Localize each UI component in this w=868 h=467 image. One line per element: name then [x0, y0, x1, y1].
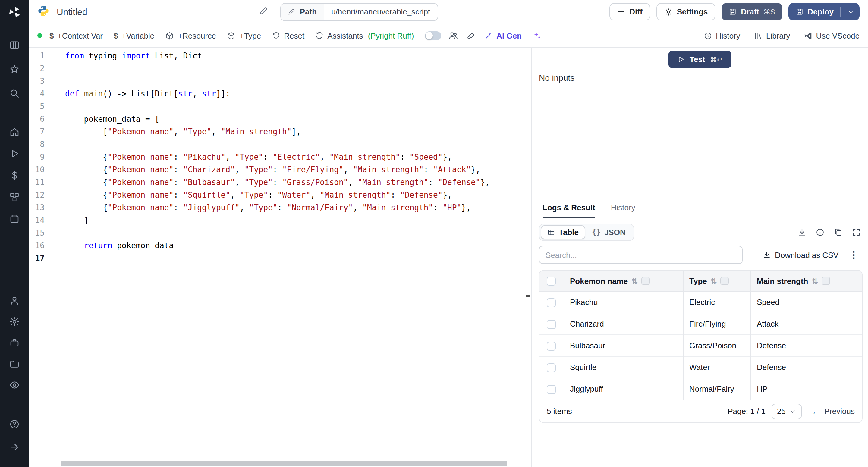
code-editor[interactable]: 1234567891011121314151617 from typing im…: [29, 48, 532, 467]
code-line[interactable]: return pokemon_data: [65, 239, 490, 252]
home-icon[interactable]: [9, 127, 20, 137]
tab-logs-result[interactable]: Logs & Result: [542, 198, 595, 218]
column-header[interactable]: Pokemon name⇅: [564, 271, 683, 291]
path-value[interactable]: u/henri/maneuverable_script: [324, 3, 437, 20]
code-line[interactable]: {"Pokemon name": "Jigglypuff", "Type": "…: [65, 201, 490, 214]
code-line[interactable]: {"Pokemon name": "Squirtle", "Type": "Wa…: [65, 189, 490, 201]
add-resource-button[interactable]: +Resource: [165, 31, 216, 40]
assistants-toggle[interactable]: [425, 31, 441, 40]
multiplayer-users-icon[interactable]: [448, 31, 458, 40]
code-line[interactable]: [65, 75, 490, 87]
code-lines[interactable]: from typing import List, Dict def main()…: [63, 50, 490, 264]
workers-briefcase-icon[interactable]: [9, 337, 20, 348]
collapse-arrow-icon[interactable]: [9, 442, 20, 453]
runs-play-icon[interactable]: [9, 148, 20, 159]
select-all-checkbox[interactable]: [547, 277, 556, 286]
reset-button[interactable]: Reset: [272, 31, 304, 40]
table-row[interactable]: PikachuElectricSpeed: [539, 291, 862, 313]
sparkles-icon[interactable]: [532, 31, 541, 40]
column-header[interactable]: Main strength⇅: [750, 271, 862, 291]
code-line[interactable]: ]: [65, 214, 490, 226]
tab-history[interactable]: History: [611, 198, 635, 218]
code-line[interactable]: def main() -> List[Dict[str, str]]:: [65, 87, 490, 100]
path-control[interactable]: Path u/henri/maneuverable_script: [281, 3, 438, 21]
column-toggle[interactable]: [822, 276, 830, 285]
code-line[interactable]: [65, 62, 490, 75]
clock-icon: [703, 31, 712, 40]
table-row[interactable]: CharizardFire/FlyingAttack: [539, 313, 862, 335]
ai-gen-button[interactable]: AI Gen: [484, 31, 522, 40]
code-line[interactable]: {"Pokemon name": "Pikachu", "Type": "Ele…: [65, 151, 490, 163]
code-line[interactable]: from typing import List, Dict: [65, 50, 490, 62]
page-size-select[interactable]: 25: [772, 403, 802, 419]
code-line[interactable]: ["Pokemon name", "Type", "Main strength"…: [65, 125, 490, 138]
view-json-button[interactable]: {} JSON: [585, 225, 632, 239]
add-variable-button[interactable]: $ +Variable: [114, 31, 154, 40]
diff-button[interactable]: Diff: [610, 3, 650, 21]
deploy-chevron-down-icon[interactable]: [847, 8, 855, 15]
assistants-button[interactable]: Assistants (Pyright Ruff): [315, 31, 414, 40]
table-row[interactable]: JigglypuffNormal/FairyHP: [539, 378, 862, 400]
view-table-button[interactable]: Table: [541, 225, 585, 239]
settings-gear-icon[interactable]: [9, 316, 20, 327]
sort-icon[interactable]: ⇅: [711, 277, 717, 285]
favorites-star-icon[interactable]: [9, 64, 20, 75]
code-line[interactable]: [65, 226, 490, 239]
table-options-kebab-icon[interactable]: ⋮: [849, 249, 858, 260]
folders-icon[interactable]: [9, 359, 20, 369]
library-button[interactable]: Library: [753, 31, 790, 40]
sort-icon[interactable]: ⇅: [631, 277, 638, 285]
edit-title-pencil-icon[interactable]: [259, 6, 269, 18]
script-title[interactable]: Untitled: [57, 7, 87, 17]
code-line[interactable]: [65, 138, 490, 151]
draft-button[interactable]: Draft ⌘S: [721, 3, 782, 21]
test-button[interactable]: Test ⌘↵: [669, 51, 731, 68]
table-cell: Charizard: [564, 313, 683, 335]
row-checkbox[interactable]: [547, 385, 556, 394]
status-dot: [37, 33, 42, 38]
editor-horizontal-scrollbar[interactable]: [61, 461, 507, 466]
settings-button[interactable]: Settings: [656, 3, 716, 21]
column-toggle[interactable]: [720, 276, 729, 285]
add-context-var-button[interactable]: $ +Context Var: [50, 31, 103, 40]
audit-eye-icon[interactable]: [9, 380, 20, 391]
apps-grid-icon[interactable]: [9, 40, 20, 51]
format-brush-icon[interactable]: [466, 31, 475, 40]
copy-icon[interactable]: [834, 227, 843, 237]
dollar-icon: $: [114, 31, 118, 40]
history-button[interactable]: History: [703, 31, 740, 40]
user-icon[interactable]: [9, 295, 20, 306]
path-edit-button[interactable]: Path: [281, 3, 324, 20]
download-result-icon[interactable]: [798, 227, 807, 237]
use-vscode-button[interactable]: Use VScode: [803, 31, 860, 40]
row-checkbox[interactable]: [547, 363, 556, 372]
sort-icon[interactable]: ⇅: [812, 277, 818, 285]
column-header[interactable]: Type⇅: [683, 271, 750, 291]
code-line[interactable]: [65, 252, 490, 264]
row-checkbox[interactable]: [547, 320, 556, 329]
search-input[interactable]: [539, 246, 743, 264]
resources-cubes-icon[interactable]: [9, 192, 20, 203]
info-icon[interactable]: [815, 227, 825, 237]
previous-page-button[interactable]: ← Previous: [812, 406, 855, 416]
add-type-button[interactable]: +Type: [227, 31, 261, 40]
row-checkbox[interactable]: [547, 298, 556, 307]
table-row[interactable]: SquirtleWaterDefense: [539, 356, 862, 378]
row-checkbox[interactable]: [547, 341, 556, 350]
column-toggle[interactable]: [641, 276, 650, 285]
expand-icon[interactable]: [852, 227, 861, 237]
code-line[interactable]: {"Pokemon name": "Bulbasaur", "Type": "G…: [65, 176, 490, 189]
code-line[interactable]: [65, 100, 490, 113]
windmill-logo-icon[interactable]: [7, 5, 22, 19]
variables-dollar-icon[interactable]: [9, 170, 20, 181]
editor-toolbar: $ +Context Var $ +Variable +Resource +Ty…: [29, 24, 868, 48]
line-number: 4: [29, 87, 44, 100]
download-csv-button[interactable]: Download as CSV: [762, 250, 838, 259]
search-icon[interactable]: [9, 88, 20, 99]
deploy-button[interactable]: Deploy: [788, 3, 860, 21]
schedules-calendar-icon[interactable]: [9, 213, 20, 224]
help-icon[interactable]: [9, 419, 20, 430]
table-row[interactable]: BulbasaurGrass/PoisonDefense: [539, 335, 862, 356]
code-line[interactable]: {"Pokemon name": "Charizard", "Type": "F…: [65, 163, 490, 176]
code-line[interactable]: pokemon_data = [: [65, 113, 490, 125]
